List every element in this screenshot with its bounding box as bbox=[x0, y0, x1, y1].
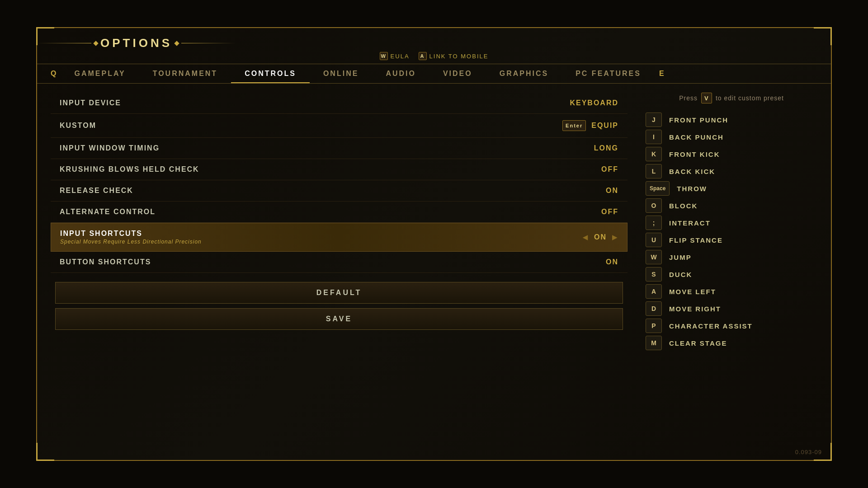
left-panel: INPUT DEVICE KEYBOARD KUSTOM Enter EQUIP… bbox=[51, 93, 627, 443]
setting-value-release-check: ON bbox=[606, 187, 618, 195]
setting-subtitle-input-shortcuts: Special Moves Require Less Directional P… bbox=[60, 239, 202, 245]
keybind-action-interact: INTERACT bbox=[669, 219, 711, 227]
header: OPTIONS W EULA A LINK TO MOBILE bbox=[37, 28, 831, 64]
setting-input-window-timing[interactable]: INPUT WINDOW TIMING LONG bbox=[51, 138, 627, 159]
setting-value-input-shortcuts: ◀ ON ▶ bbox=[583, 233, 618, 241]
keybind-action-back-kick: BACK KICK bbox=[669, 168, 715, 175]
keybind-key-s[interactable]: S bbox=[646, 267, 662, 282]
keybind-row[interactable]: MCLEAR STAGE bbox=[646, 336, 817, 350]
keybind-row[interactable]: ;INTERACT bbox=[646, 216, 817, 230]
eula-link[interactable]: W EULA bbox=[380, 52, 410, 60]
keybind-action-move-left: MOVE LEFT bbox=[669, 288, 716, 296]
arrow-left-icon[interactable]: ◀ bbox=[583, 234, 589, 241]
keybind-key-i[interactable]: I bbox=[646, 130, 662, 144]
setting-alternate-control[interactable]: ALTERNATE CONTROL OFF bbox=[51, 202, 627, 223]
version-badge: 0.093-09 bbox=[795, 449, 822, 455]
keybind-action-front-kick: FRONT KICK bbox=[669, 150, 720, 158]
arrow-right-icon[interactable]: ▶ bbox=[612, 234, 618, 241]
keybind-action-clear-stage: CLEAR STAGE bbox=[669, 339, 727, 347]
keybind-row[interactable]: LBACK KICK bbox=[646, 164, 817, 178]
setting-value-alternate-control: OFF bbox=[601, 208, 618, 216]
main-frame: OPTIONS W EULA A LINK TO MOBILE Q GAMEPL… bbox=[36, 27, 832, 461]
save-button[interactable]: SAVE bbox=[55, 308, 623, 330]
diamond-icon-left bbox=[93, 41, 98, 46]
main-content: INPUT DEVICE KEYBOARD KUSTOM Enter EQUIP… bbox=[37, 84, 831, 452]
tab-controls[interactable]: CONTROLS bbox=[231, 64, 310, 83]
setting-label-release-check: RELEASE CHECK bbox=[60, 187, 133, 195]
setting-kustom[interactable]: KUSTOM Enter EQUIP bbox=[51, 114, 627, 138]
kustom-key-badge: Enter bbox=[562, 120, 586, 131]
setting-input-shortcuts[interactable]: INPUT SHORTCUTS Special Moves Require Le… bbox=[51, 223, 627, 252]
nav-tabs: Q GAMEPLAY TOURNAMENT CONTROLS ONLINE AU… bbox=[37, 64, 831, 84]
tab-online[interactable]: ONLINE bbox=[310, 64, 372, 83]
preset-hint-suffix: to edit custom preset bbox=[716, 94, 784, 102]
keybind-key-m[interactable]: M bbox=[646, 336, 662, 350]
keybind-key-u[interactable]: U bbox=[646, 233, 662, 247]
action-buttons: DEFAULT SAVE bbox=[51, 282, 627, 330]
setting-value-button-shortcuts: ON bbox=[606, 258, 618, 266]
preset-hint-key-badge: V bbox=[701, 93, 712, 103]
keybind-key-p[interactable]: P bbox=[646, 319, 662, 333]
sub-links: W EULA A LINK TO MOBILE bbox=[37, 52, 831, 60]
default-button[interactable]: DEFAULT bbox=[55, 282, 623, 304]
eula-key-badge: W bbox=[380, 52, 388, 60]
keybind-row[interactable]: DMOVE RIGHT bbox=[646, 301, 817, 316]
keybind-action-jump: JUMP bbox=[669, 253, 692, 261]
keybind-key-d[interactable]: D bbox=[646, 301, 662, 316]
setting-value-kustom: Enter EQUIP bbox=[562, 120, 618, 131]
link-to-mobile-link[interactable]: A LINK TO MOBILE bbox=[419, 52, 489, 60]
right-panel: Press V to edit custom preset JFRONT PUN… bbox=[646, 93, 817, 443]
setting-release-check[interactable]: RELEASE CHECK ON bbox=[51, 180, 627, 202]
tab-audio[interactable]: AUDIO bbox=[372, 64, 429, 83]
tab-pc-features[interactable]: PC FEATURES bbox=[562, 64, 655, 83]
setting-input-device[interactable]: INPUT DEVICE KEYBOARD bbox=[51, 93, 627, 114]
setting-value-input-device: KEYBOARD bbox=[570, 99, 618, 107]
left-bracket[interactable]: Q bbox=[46, 65, 61, 82]
keybind-key-j[interactable]: J bbox=[646, 113, 662, 127]
preset-hint-prefix: Press bbox=[679, 94, 698, 102]
keybind-row[interactable]: AMOVE LEFT bbox=[646, 284, 817, 299]
setting-label-kustom: KUSTOM bbox=[60, 122, 96, 130]
keybind-row[interactable]: SDUCK bbox=[646, 267, 817, 282]
keybind-key-;[interactable]: ; bbox=[646, 216, 662, 230]
keybind-row[interactable]: PCHARACTER ASSIST bbox=[646, 319, 817, 333]
keybind-key-a[interactable]: A bbox=[646, 284, 662, 299]
setting-value-krushing-blows: OFF bbox=[601, 165, 618, 174]
right-bracket[interactable]: E bbox=[655, 65, 669, 82]
tab-tournament[interactable]: TOURNAMENT bbox=[139, 64, 231, 83]
keybind-row[interactable]: WJUMP bbox=[646, 250, 817, 264]
setting-label-alternate-control: ALTERNATE CONTROL bbox=[60, 208, 156, 216]
keybind-action-duck: DUCK bbox=[669, 271, 692, 278]
setting-button-shortcuts[interactable]: BUTTON SHORTCUTS ON bbox=[51, 252, 627, 273]
keybind-row[interactable]: KFRONT KICK bbox=[646, 147, 817, 161]
setting-label-block-input-shortcuts: INPUT SHORTCUTS Special Moves Require Le… bbox=[60, 230, 202, 245]
keybind-action-move-right: MOVE RIGHT bbox=[669, 305, 721, 313]
setting-krushing-blows[interactable]: KRUSHING BLOWS HELD CHECK OFF bbox=[51, 159, 627, 180]
keybind-key-o[interactable]: O bbox=[646, 198, 662, 213]
keybind-key-w[interactable]: W bbox=[646, 250, 662, 264]
keybind-row[interactable]: JFRONT PUNCH bbox=[646, 113, 817, 127]
keybind-key-k[interactable]: K bbox=[646, 147, 662, 161]
keybind-list: JFRONT PUNCHIBACK PUNCHKFRONT KICKLBACK … bbox=[646, 113, 817, 350]
setting-label-input-device: INPUT DEVICE bbox=[60, 99, 121, 107]
keybind-key-l[interactable]: L bbox=[646, 164, 662, 178]
diamond-icon-right bbox=[174, 41, 179, 46]
eula-label: EULA bbox=[391, 53, 410, 60]
keybind-action-block: BLOCK bbox=[669, 202, 698, 210]
keybind-action-front-punch: FRONT PUNCH bbox=[669, 116, 728, 124]
keybind-row[interactable]: IBACK PUNCH bbox=[646, 130, 817, 144]
keybind-row[interactable]: SpaceTHROW bbox=[646, 181, 817, 196]
keybind-action-back-punch: BACK PUNCH bbox=[669, 133, 724, 141]
keybind-action-throw: THROW bbox=[677, 185, 707, 192]
link-mobile-label: LINK TO MOBILE bbox=[429, 53, 489, 60]
tab-video[interactable]: VIDEO bbox=[429, 64, 486, 83]
page-title: OPTIONS bbox=[100, 36, 172, 50]
setting-label-krushing-blows: KRUSHING BLOWS HELD CHECK bbox=[60, 165, 199, 174]
setting-label-button-shortcuts: BUTTON SHORTCUTS bbox=[60, 258, 151, 266]
tab-graphics[interactable]: GRAPHICS bbox=[486, 64, 562, 83]
keybind-row[interactable]: UFLIP STANCE bbox=[646, 233, 817, 247]
keybind-row[interactable]: OBLOCK bbox=[646, 198, 817, 213]
keybind-key-space[interactable]: Space bbox=[646, 181, 670, 196]
tab-gameplay[interactable]: GAMEPLAY bbox=[61, 64, 139, 83]
preset-hint: Press V to edit custom preset bbox=[646, 93, 817, 103]
